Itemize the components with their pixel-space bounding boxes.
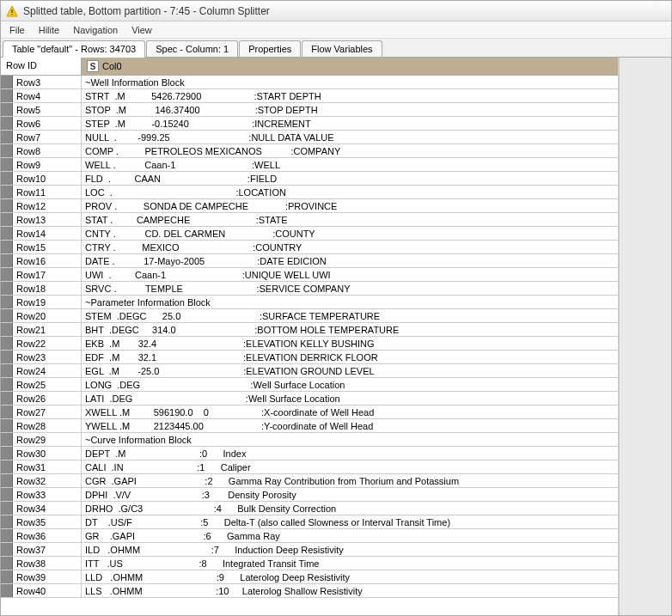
table-row[interactable]: Row3~Well Information Block [1,76,618,89]
row-id-cell: Row23 [13,351,82,363]
row-id-cell: Row16 [13,254,82,267]
row-id-cell: Row34 [13,502,82,515]
tab-spec-column[interactable]: Spec - Column: 1 [146,40,238,57]
row-gutter [1,186,13,198]
table-row[interactable]: Row16DATE . 17-Mayo-2005 :DATE EDICION [1,254,618,268]
tab-flow-variables[interactable]: Flow Variables [302,40,382,57]
table-row[interactable]: Row11LOC . :LOCATION [1,186,618,199]
table-row[interactable]: Row40LLS .OHMM :10 Laterolog Shallow Res… [1,584,618,598]
row-id-cell: Row10 [13,172,82,185]
col0-cell: SRVC . TEMPLE :SERVICE COMPANY [82,282,618,295]
table-row[interactable]: Row20STEM .DEGC 25.0 :SURFACE TEMPERATUR… [1,309,618,323]
menu-file[interactable]: File [3,23,32,37]
app-icon [6,5,18,17]
table-row[interactable]: Row12PROV . SONDA DE CAMPECHE :PROVINCE [1,199,618,213]
menu-view[interactable]: View [125,23,159,37]
tab-properties[interactable]: Properties [239,40,301,57]
col0-cell: ~Parameter Information Block [82,296,618,308]
table-row[interactable]: Row34DRHO .G/C3 :4 Bulk Density Correcti… [1,502,618,515]
row-id-cell: Row13 [13,213,82,226]
col0-cell: EDF .M 32.1 :ELEVATION DERRICK FLOOR [82,351,618,363]
row-id-cell: Row14 [13,227,82,240]
table-row[interactable]: Row7NULL . -999.25 :NULL DATA VALUE [1,131,618,144]
data-body[interactable]: Row3~Well Information BlockRow4STRT .M 5… [1,76,618,615]
table-row[interactable]: Row23EDF .M 32.1 :ELEVATION DERRICK FLOO… [1,351,618,364]
row-id-cell: Row33 [13,488,82,501]
table-row[interactable]: Row31CALI .IN :1 Caliper [1,460,618,474]
table-row[interactable]: Row10FLD . CAAN :FIELD [1,172,618,186]
row-id-cell: Row26 [13,392,82,405]
col0-cell: PROV . SONDA DE CAMPECHE :PROVINCE [82,199,618,212]
row-gutter [1,323,13,336]
row-id-cell: Row37 [13,543,82,556]
table-row[interactable]: Row17UWI . Caan-1 :UNIQUE WELL UWI [1,268,618,282]
window-title: Splitted table, Bottom partition - 7:45 … [23,5,270,17]
menu-navigation[interactable]: Navigation [66,23,125,37]
row-id-cell: Row4 [13,89,82,102]
col0-cell: XWELL .M 596190.0 0 :X-coordinate of Wel… [82,406,618,418]
row-id-cell: Row3 [13,76,82,88]
row-gutter [1,433,13,446]
table-row[interactable]: Row19~Parameter Information Block [1,296,618,309]
table-row[interactable]: Row27XWELL .M 596190.0 0 :X-coordinate o… [1,406,618,419]
header-col0[interactable]: S Col0 [82,58,618,75]
table-row[interactable]: Row18SRVC . TEMPLE :SERVICE COMPANY [1,282,618,296]
col0-cell: ~Well Information Block [82,76,618,88]
table-row[interactable]: Row22EKB .M 32.4 :ELEVATION KELLY BUSHIN… [1,337,618,351]
table-row[interactable]: Row37ILD .OHMM :7 Induction Deep Resisti… [1,543,618,557]
table-row[interactable]: Row26LATI .DEG :Well Surface Location [1,392,618,406]
header-rowid[interactable]: Row ID [1,58,82,75]
table-row[interactable]: Row6STEP .M -0.15240 :INCREMENT [1,117,618,131]
table-row[interactable]: Row38ITT .US :8 Integrated Transit Time [1,557,618,570]
table-row[interactable]: Row13STAT . CAMPECHE :STATE [1,213,618,227]
table-row[interactable]: Row4STRT .M 5426.72900 :START DEPTH [1,89,618,103]
menu-hilite[interactable]: Hilite [32,23,66,37]
table-header-row: Row ID S Col0 [1,58,618,76]
col0-cell: COMP . PETROLEOS MEXICANOS :COMPANY [82,144,618,157]
tab-table-default[interactable]: Table "default" - Rows: 34703 [3,40,145,58]
table-row[interactable]: Row32CGR .GAPI :2 Gamma Ray Contribution… [1,474,618,488]
table-row[interactable]: Row33DPHI .V/V :3 Density Porosity [1,488,618,502]
row-id-cell: Row15 [13,241,82,253]
menubar: File Hilite Navigation View [1,21,671,39]
table-row[interactable]: Row30DEPT .M :0 Index [1,447,618,460]
row-gutter [1,227,13,240]
col0-cell: STOP .M 146.37400 :STOP DEPTH [82,103,618,116]
row-id-cell: Row7 [13,131,82,143]
table-row[interactable]: Row36GR .GAPI :6 Gamma Ray [1,529,618,543]
table-row[interactable]: Row9WELL . Caan-1 :WELL [1,158,618,172]
col0-cell: DT .US/F :5 Delta-T (also called Slownes… [82,515,618,528]
row-gutter [1,557,13,570]
table-row[interactable]: Row24EGL .M -25.0 :ELEVATION GROUND LEVE… [1,364,618,378]
table-row[interactable]: Row5STOP .M 146.37400 :STOP DEPTH [1,103,618,117]
col0-cell: DPHI .V/V :3 Density Porosity [82,488,618,501]
row-gutter [1,543,13,556]
table-row[interactable]: Row28YWELL .M 2123445.00 :Y-coordinate o… [1,419,618,433]
row-id-cell: Row20 [13,309,82,322]
row-gutter [1,199,13,212]
titlebar: Splitted table, Bottom partition - 7:45 … [1,1,671,21]
table-row[interactable]: Row29~Curve Information Block [1,433,618,447]
row-id-cell: Row12 [13,199,82,212]
row-gutter [1,447,13,460]
row-id-cell: Row19 [13,296,82,308]
table-row[interactable]: Row35DT .US/F :5 Delta-T (also called Sl… [1,515,618,529]
row-id-cell: Row35 [13,515,82,528]
table-row[interactable]: Row21BHT .DEGC 314.0 :BOTTOM HOLE TEMPER… [1,323,618,337]
col0-cell: LLS .OHMM :10 Laterolog Shallow Resistiv… [82,584,618,597]
row-id-cell: Row39 [13,570,82,583]
col0-cell: LATI .DEG :Well Surface Location [82,392,618,405]
table-row[interactable]: Row25LONG .DEG :Well Surface Location [1,378,618,392]
row-id-cell: Row30 [13,447,82,460]
table-row[interactable]: Row39LLD .OHMM :9 Laterolog Deep Resisti… [1,570,618,584]
table-row[interactable]: Row14CNTY . CD. DEL CARMEN :COUNTY [1,227,618,241]
main-layout: Row ID S Col0 Row3~Well Information Bloc… [1,58,671,615]
col0-cell: DATE . 17-Mayo-2005 :DATE EDICION [82,254,618,267]
table-row[interactable]: Row8COMP . PETROLEOS MEXICANOS :COMPANY [1,144,618,158]
table-row[interactable]: Row15CTRY . MEXICO :COUNTRY [1,241,618,254]
row-gutter [1,158,13,171]
row-gutter [1,502,13,515]
row-id-cell: Row24 [13,364,82,377]
row-id-cell: Row25 [13,378,82,391]
col0-cell: EKB .M 32.4 :ELEVATION KELLY BUSHING [82,337,618,350]
